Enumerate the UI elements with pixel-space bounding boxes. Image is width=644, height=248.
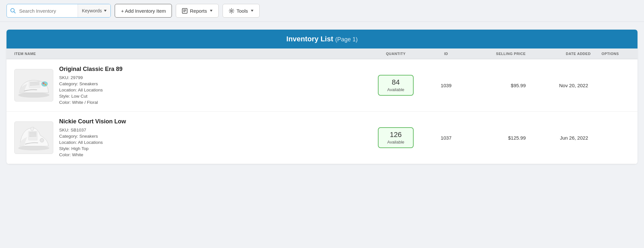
- sneaker-image-1: [16, 72, 52, 99]
- search-input[interactable]: [19, 4, 78, 17]
- chevron-down-icon: [104, 10, 107, 12]
- column-headers: ITEM NAME QUANTITY ID SELLING PRICE DATE…: [6, 48, 638, 59]
- item-location: Location: All Locations: [59, 140, 126, 145]
- svg-point-15: [18, 146, 49, 150]
- quantity-cell: 126 Available: [367, 127, 425, 148]
- item-style: Style: Low Cut: [59, 94, 122, 99]
- search-container: Keywords: [6, 4, 111, 18]
- price-cell: $95.99: [467, 83, 526, 88]
- svg-point-21: [40, 138, 44, 142]
- table-row: Nickie Court Vision Low SKU: SB1037 Cate…: [6, 112, 638, 164]
- col-header-item-name: ITEM NAME: [14, 52, 367, 56]
- svg-line-1: [14, 12, 16, 13]
- reports-icon: [182, 8, 187, 14]
- main-content: Inventory List (Page 1) ITEM NAME QUANTI…: [0, 22, 644, 172]
- col-header-selling-price: SELLING PRICE: [467, 52, 526, 56]
- item-name: Original Classic Era 89: [59, 66, 122, 73]
- chevron-down-icon: [251, 10, 253, 12]
- quantity-cell: 84 Available: [367, 75, 425, 96]
- col-header-options: OPTIONS: [591, 52, 630, 56]
- quantity-number: 126: [379, 131, 413, 139]
- item-image: [14, 69, 53, 102]
- table-row: Original Classic Era 89 SKU: 29799 Categ…: [6, 59, 638, 112]
- svg-point-7: [18, 92, 49, 98]
- item-details: Nickie Court Vision Low SKU: SB1037 Cate…: [59, 118, 126, 157]
- page-info: (Page 1): [335, 36, 358, 43]
- inventory-title: Inventory List (Page 1): [286, 35, 357, 43]
- tools-gear-icon: [229, 8, 234, 14]
- item-category: Category: Sneakers: [59, 134, 126, 139]
- svg-point-6: [231, 10, 232, 12]
- item-name: Nickie Court Vision Low: [59, 118, 126, 125]
- id-cell: 1037: [425, 135, 467, 141]
- date-cell: Nov 20, 2022: [526, 83, 591, 88]
- quantity-label: Available: [387, 87, 405, 92]
- svg-point-14: [45, 84, 46, 85]
- quantity-label: Available: [387, 140, 405, 145]
- keywords-dropdown[interactable]: Keywords: [78, 4, 110, 17]
- chevron-down-icon: [210, 10, 213, 12]
- toolbar: Keywords + Add Inventory Item Reports To…: [0, 0, 644, 22]
- date-cell: Jun 26, 2022: [526, 135, 591, 141]
- quantity-number: 84: [379, 78, 413, 87]
- svg-point-12: [41, 81, 48, 87]
- item-location: Location: All Locations: [59, 88, 122, 92]
- col-header-date-added: DATE ADDED: [526, 52, 591, 56]
- item-color: Color: White / Floral: [59, 100, 122, 105]
- svg-line-18: [29, 133, 36, 134]
- search-icon: [7, 8, 19, 14]
- svg-line-20: [29, 136, 36, 136]
- reports-button[interactable]: Reports: [176, 4, 219, 18]
- item-style: Style: High Top: [59, 146, 126, 151]
- col-header-quantity: QUANTITY: [367, 52, 425, 56]
- item-info: Original Classic Era 89 SKU: 29799 Categ…: [14, 66, 367, 105]
- quantity-badge: 84 Available: [378, 75, 414, 96]
- item-sku: SKU: 29799: [59, 75, 122, 80]
- item-sku: SKU: SB1037: [59, 128, 126, 132]
- item-info: Nickie Court Vision Low SKU: SB1037 Cate…: [14, 118, 367, 157]
- item-color: Color: White: [59, 152, 126, 157]
- add-inventory-item-button[interactable]: + Add Inventory Item: [115, 4, 172, 18]
- svg-point-13: [43, 82, 45, 84]
- svg-line-19: [29, 135, 36, 135]
- sneaker-image-2: [16, 124, 52, 152]
- inventory-card: Inventory List (Page 1) ITEM NAME QUANTI…: [6, 30, 638, 164]
- item-image: [14, 121, 53, 154]
- quantity-badge: 126 Available: [378, 127, 414, 148]
- price-cell: $125.99: [467, 135, 526, 141]
- item-category: Category: Sneakers: [59, 81, 122, 86]
- inventory-header: Inventory List (Page 1): [6, 30, 638, 48]
- id-cell: 1039: [425, 83, 467, 88]
- item-details: Original Classic Era 89 SKU: 29799 Categ…: [59, 66, 122, 105]
- svg-line-17: [29, 132, 36, 132]
- tools-button[interactable]: Tools: [223, 4, 260, 18]
- col-header-id: ID: [425, 52, 467, 56]
